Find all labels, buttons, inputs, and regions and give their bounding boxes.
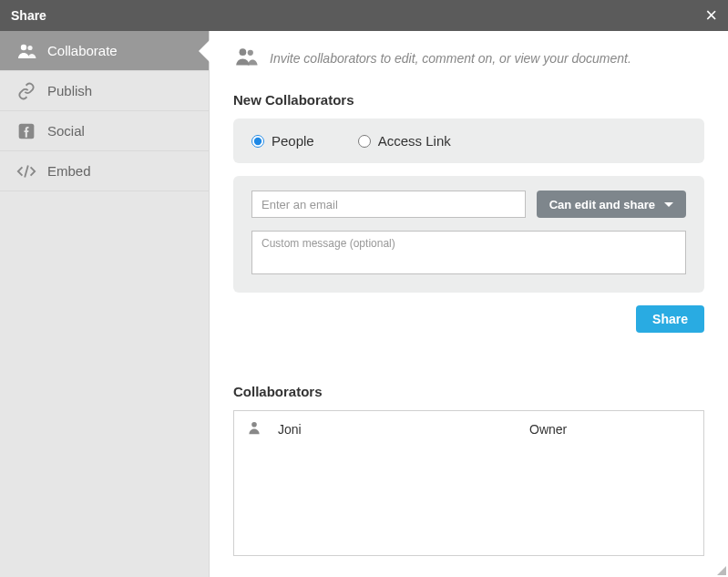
link-icon <box>16 81 36 101</box>
intro-row: Invite collaborators to edit, comment on… <box>233 46 704 70</box>
sidebar-item-embed[interactable]: Embed <box>0 151 209 191</box>
radio-people-input[interactable] <box>251 135 264 148</box>
dialog-title: Share <box>11 8 46 23</box>
email-input[interactable] <box>251 191 526 218</box>
radio-access-link-label: Access Link <box>378 133 451 149</box>
svg-point-4 <box>240 48 247 56</box>
message-input[interactable] <box>251 231 686 274</box>
permission-select[interactable]: Can edit and share <box>537 191 686 218</box>
svg-line-3 <box>25 165 28 177</box>
share-button[interactable]: Share <box>636 305 704 333</box>
sidebar-item-publish[interactable]: Publish <box>0 71 209 111</box>
new-collaborators-title: New Collaborators <box>233 92 704 108</box>
close-icon[interactable]: × <box>705 5 717 26</box>
share-row: Share <box>233 305 704 333</box>
permission-label: Can edit and share <box>549 198 655 211</box>
collaborators-table: Joni Owner <box>233 410 704 556</box>
svg-point-1 <box>27 45 32 49</box>
svg-point-5 <box>248 50 253 56</box>
svg-point-0 <box>21 44 26 49</box>
sidebar-item-label: Social <box>47 123 85 139</box>
sidebar-item-label: Publish <box>47 83 92 98</box>
sidebar-item-label: Embed <box>47 163 91 179</box>
sidebar-item-social[interactable]: Social <box>0 111 209 151</box>
svg-point-6 <box>251 422 257 428</box>
users-icon <box>233 46 259 70</box>
titlebar: Share × <box>0 0 728 31</box>
invite-panel: Can edit and share <box>233 176 704 293</box>
invite-form-row: Can edit and share <box>251 191 686 218</box>
main-content: Invite collaborators to edit, comment on… <box>210 31 728 577</box>
facebook-icon <box>16 121 36 141</box>
share-dialog: Share × Collaborate Publish So <box>0 0 728 577</box>
collaborator-role: Owner <box>529 422 691 437</box>
collaborator-type-panel: People Access Link <box>233 118 704 163</box>
chevron-down-icon <box>664 202 673 207</box>
collaborator-name: Joni <box>278 422 515 437</box>
radio-people[interactable]: People <box>251 133 314 149</box>
dialog-body: Collaborate Publish Social Embed <box>0 31 728 577</box>
radio-row: People Access Link <box>251 133 686 149</box>
resize-grip[interactable] <box>715 564 726 575</box>
sidebar: Collaborate Publish Social Embed <box>0 31 210 577</box>
user-icon <box>247 420 263 438</box>
sidebar-item-collaborate[interactable]: Collaborate <box>0 31 209 71</box>
collaborator-row: Joni Owner <box>234 411 703 447</box>
radio-people-label: People <box>272 133 314 149</box>
users-icon <box>16 41 36 61</box>
sidebar-item-label: Collaborate <box>47 43 118 58</box>
intro-text: Invite collaborators to edit, comment on… <box>270 51 631 66</box>
radio-access-link-input[interactable] <box>358 135 371 148</box>
code-icon <box>16 161 36 181</box>
collaborators-title: Collaborators <box>233 384 704 399</box>
radio-access-link[interactable]: Access Link <box>358 133 451 149</box>
